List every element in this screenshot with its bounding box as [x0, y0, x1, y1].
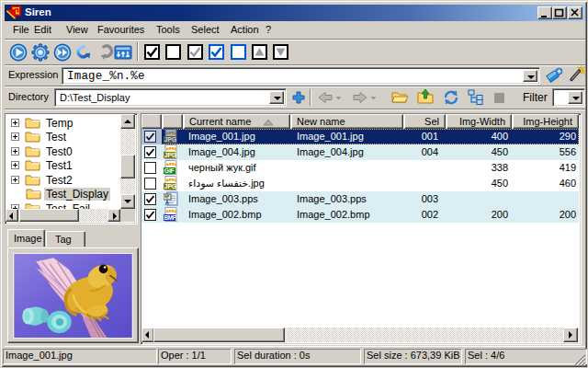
- svg-text:JPG: JPG: [164, 183, 176, 190]
- svg-text:BMP: BMP: [164, 214, 177, 221]
- svg-text:GIF: GIF: [164, 167, 175, 174]
- svg-text:JPG: JPG: [164, 152, 176, 158]
- svg-text:JPG: JPG: [164, 136, 176, 143]
